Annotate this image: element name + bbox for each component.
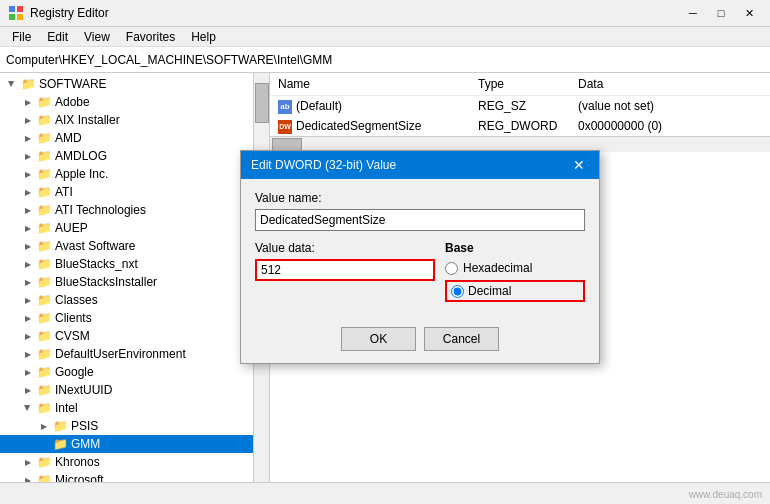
- hexadecimal-radio[interactable]: [445, 262, 458, 275]
- value-name-input[interactable]: [255, 209, 585, 231]
- decimal-radio[interactable]: [451, 285, 464, 298]
- decimal-label: Decimal: [468, 284, 511, 298]
- dialog-footer: OK Cancel: [241, 319, 599, 363]
- value-data-label: Value data:: [255, 241, 435, 255]
- dialog-overlay: Edit DWORD (32-bit) Value ✕ Value name: …: [0, 0, 770, 504]
- ok-button[interactable]: OK: [341, 327, 416, 351]
- value-data-section: Value data:: [255, 241, 435, 307]
- base-label: Base: [445, 241, 585, 255]
- edit-dword-dialog: Edit DWORD (32-bit) Value ✕ Value name: …: [240, 150, 600, 364]
- cancel-button[interactable]: Cancel: [424, 327, 499, 351]
- base-section: Base Hexadecimal Decimal: [445, 241, 585, 307]
- dialog-close-button[interactable]: ✕: [569, 155, 589, 175]
- value-name-label: Value name:: [255, 191, 585, 205]
- dialog-row: Value data: Base Hexadecimal Decimal: [255, 241, 585, 307]
- decimal-radio-row[interactable]: Decimal: [445, 280, 585, 302]
- dialog-title-bar: Edit DWORD (32-bit) Value ✕: [241, 151, 599, 179]
- dialog-body: Value name: Value data: Base Hexadecimal…: [241, 179, 599, 319]
- hexadecimal-label: Hexadecimal: [463, 261, 532, 275]
- value-data-input[interactable]: [255, 259, 435, 281]
- dialog-title: Edit DWORD (32-bit) Value: [251, 158, 569, 172]
- hexadecimal-radio-row[interactable]: Hexadecimal: [445, 261, 585, 275]
